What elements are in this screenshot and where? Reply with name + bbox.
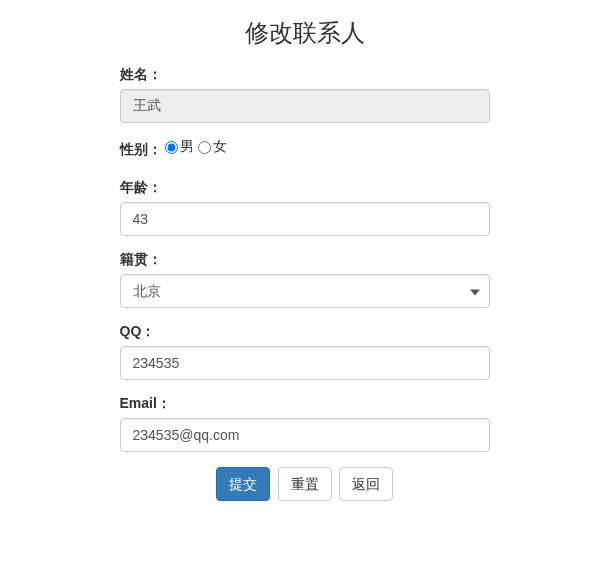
gender-female-text: 女 <box>213 138 227 156</box>
email-input[interactable] <box>120 418 490 452</box>
gender-female-option[interactable]: 女 <box>198 138 227 156</box>
email-group: Email： <box>120 395 490 452</box>
name-group: 姓名： <box>120 66 490 123</box>
page-title: 修改联系人 <box>120 20 490 46</box>
province-label: 籍贯： <box>120 251 162 269</box>
back-button[interactable]: 返回 <box>339 467 393 501</box>
email-label: Email： <box>120 395 171 413</box>
submit-button[interactable]: 提交 <box>216 467 270 501</box>
gender-group: 性别： 男 女 <box>120 138 490 164</box>
qq-label: QQ： <box>120 323 156 341</box>
reset-button[interactable]: 重置 <box>278 467 332 501</box>
province-select[interactable]: 北京 <box>120 274 490 308</box>
name-label: 姓名： <box>120 66 162 84</box>
form-container: 修改联系人 姓名： 性别： 男 女 年龄： 籍贯： <box>120 0 490 536</box>
form-actions: 提交 重置 返回 <box>120 467 490 501</box>
edit-contact-form: 姓名： 性别： 男 女 年龄： 籍贯： 北京 <box>120 66 490 501</box>
province-group: 籍贯： 北京 <box>120 251 490 308</box>
qq-input[interactable] <box>120 346 490 380</box>
gender-male-option[interactable]: 男 <box>165 138 194 156</box>
gender-label: 性别： <box>120 141 162 159</box>
age-group: 年龄： <box>120 179 490 236</box>
gender-male-text: 男 <box>180 138 194 156</box>
age-input[interactable] <box>120 202 490 236</box>
name-input[interactable] <box>120 89 490 123</box>
age-label: 年龄： <box>120 179 162 197</box>
qq-group: QQ： <box>120 323 490 380</box>
gender-female-radio[interactable] <box>198 141 211 154</box>
gender-male-radio[interactable] <box>165 141 178 154</box>
